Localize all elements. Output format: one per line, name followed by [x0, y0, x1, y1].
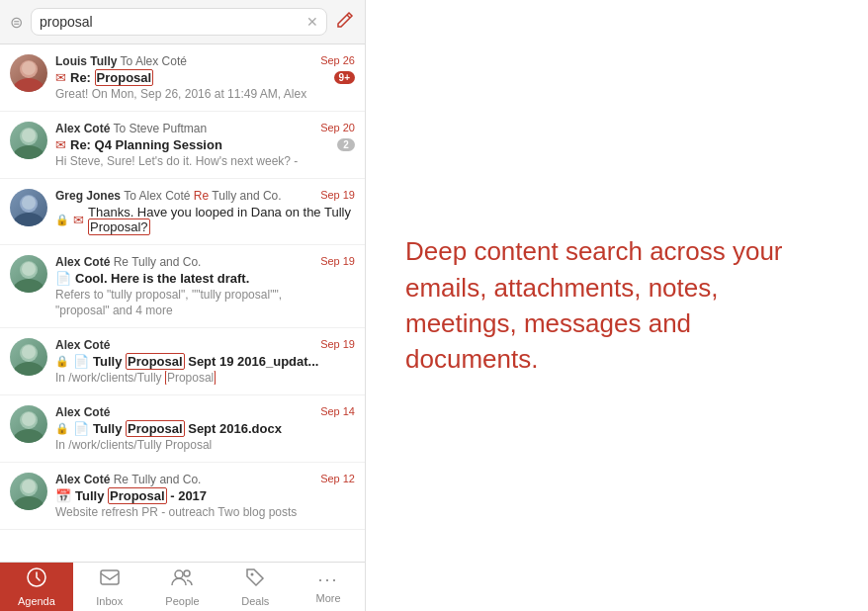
email-content: Alex Coté Re Tully and Co. Sep 12 📅 Tull…: [55, 473, 355, 519]
agenda-icon: [26, 567, 47, 593]
email-from: Greg Jones To Alex Coté Re Tully and Co.: [55, 189, 282, 203]
svg-point-5: [22, 129, 36, 142]
email-item[interactable]: Alex Coté Re Tully and Co. Sep 19 📄 Cool…: [0, 245, 365, 328]
email-content: Alex Coté To Steve Puftman Sep 20 ✉ Re: …: [55, 122, 355, 168]
email-preview: Website refresh PR - outreach Two blog p…: [55, 505, 355, 519]
nav-more-label: More: [316, 592, 341, 604]
nav-agenda[interactable]: Agenda: [0, 563, 73, 611]
email-preview: Hi Steve, Sure! Let's do it. How's next …: [55, 154, 355, 168]
email-item[interactable]: Alex Coté Re Tully and Co. Sep 12 📅 Tull…: [0, 463, 365, 530]
email-preview: Refers to "tully proposal", ""tully prop…: [55, 288, 355, 302]
svg-point-4: [13, 145, 44, 159]
calendar-icon: 📅: [55, 488, 71, 503]
lock-icon: 🔒: [55, 355, 69, 368]
nav-deals[interactable]: Deals: [218, 563, 292, 611]
deals-icon: [244, 567, 266, 593]
avatar: [10, 189, 47, 226]
email-item[interactable]: Greg Jones To Alex Coté Re Tully and Co.…: [0, 179, 365, 245]
highlight-proposal: Proposal: [95, 69, 154, 86]
email-icon: ✉: [73, 213, 84, 227]
avatar: [10, 338, 47, 376]
email-subject: Cool. Here is the latest draft.: [75, 271, 249, 286]
email-content: Greg Jones To Alex Coté Re Tully and Co.…: [55, 189, 355, 234]
email-subject-row: 📅 Tully Proposal - 2017: [55, 488, 355, 503]
email-subject: Re: Proposal: [70, 70, 153, 85]
email-preview2: "proposal" and 4 more: [55, 304, 355, 317]
svg-point-13: [13, 362, 44, 376]
doc-icon: 📄: [73, 354, 89, 369]
email-subject: Re: Q4 Planning Session: [70, 137, 222, 152]
email-header: Louis Tully To Alex Coté Sep 26: [55, 54, 355, 68]
unread-badge: 2: [337, 138, 355, 151]
svg-point-19: [13, 496, 44, 510]
email-from: Alex Coté Re Tully and Co.: [55, 473, 201, 486]
people-icon: [171, 567, 193, 593]
email-content: Alex Coté Sep 19 🔒 📄 Tully Proposal Sept…: [55, 338, 355, 385]
bottom-nav: Agenda Inbox People: [0, 562, 365, 611]
unread-badge: 9+: [334, 71, 355, 84]
nav-people[interactable]: People: [146, 563, 219, 611]
search-input[interactable]: [40, 14, 306, 30]
email-date: Sep 26: [320, 54, 355, 66]
filter-icon[interactable]: ⊜: [10, 13, 23, 32]
doc-icon: 📄: [55, 271, 71, 286]
compose-icon[interactable]: [335, 10, 355, 35]
svg-point-23: [175, 570, 183, 578]
svg-point-14: [22, 345, 36, 359]
email-content: Louis Tully To Alex Coté Sep 26 ✉ Re: Pr…: [55, 54, 355, 101]
email-header: Alex Coté Re Tully and Co. Sep 12: [55, 473, 355, 486]
lock-icon: 🔒: [55, 422, 69, 435]
email-subject: Tully Proposal Sept 2016.docx: [93, 421, 282, 436]
nav-agenda-label: Agenda: [18, 595, 55, 607]
svg-point-7: [13, 213, 44, 226]
email-subject: Thanks. Have you looped in Dana on the T…: [88, 205, 355, 234]
search-clear-icon[interactable]: ✕: [306, 14, 318, 30]
email-item[interactable]: Alex Coté Sep 14 🔒 📄 Tully Proposal Sept…: [0, 395, 365, 463]
email-subject: Tully Proposal - 2017: [75, 488, 207, 503]
svg-point-16: [13, 429, 44, 443]
email-preview: In /work/clients/Tully Proposal: [55, 438, 355, 452]
email-icon: ✉: [55, 70, 66, 85]
email-from: Alex Coté To Steve Puftman: [55, 122, 207, 135]
email-from: Alex Coté: [55, 405, 110, 419]
svg-rect-22: [101, 570, 119, 584]
email-header: Alex Coté Sep 14: [55, 405, 355, 419]
svg-point-17: [22, 412, 36, 426]
highlight-proposal2: Proposal: [165, 371, 216, 385]
nav-inbox-label: Inbox: [96, 595, 123, 607]
email-subject-row: ✉ Re: Q4 Planning Session 2: [55, 137, 355, 152]
nav-inbox[interactable]: Inbox: [73, 563, 146, 611]
right-panel: Deep content search across your emails, …: [366, 0, 868, 611]
email-preview: In /work/clients/Tully Proposal: [55, 371, 355, 385]
svg-point-10: [13, 279, 44, 293]
email-date: Sep 19: [320, 255, 355, 267]
highlight-proposal: Proposal?: [88, 218, 150, 235]
svg-point-24: [184, 570, 190, 576]
left-panel: ⊜ ✕ Louis: [0, 0, 366, 611]
email-content: Alex Coté Sep 14 🔒 📄 Tully Proposal Sept…: [55, 405, 355, 452]
email-item[interactable]: Alex Coté Sep 19 🔒 📄 Tully Proposal Sept…: [0, 328, 365, 395]
email-item[interactable]: Louis Tully To Alex Coté Sep 26 ✉ Re: Pr…: [0, 44, 365, 112]
email-date: Sep 12: [320, 473, 355, 484]
promo-text: Deep content search across your emails, …: [405, 233, 828, 378]
email-header: Alex Coté Sep 19: [55, 338, 355, 352]
email-preview: Great! On Mon, Sep 26, 2016 at 11:49 AM,…: [55, 87, 355, 101]
avatar: [10, 473, 47, 510]
more-icon: ···: [318, 569, 339, 590]
email-from: Alex Coté Re Tully and Co.: [55, 255, 201, 269]
search-input-wrapper: ✕: [31, 8, 327, 36]
email-header: Alex Coté To Steve Puftman Sep 20: [55, 122, 355, 135]
email-subject-row: 📄 Cool. Here is the latest draft.: [55, 271, 355, 286]
lock-icon: 🔒: [55, 214, 69, 226]
highlight-proposal: Proposal: [126, 420, 185, 437]
email-item[interactable]: Alex Coté To Steve Puftman Sep 20 ✉ Re: …: [0, 112, 365, 179]
email-header: Greg Jones To Alex Coté Re Tully and Co.…: [55, 189, 355, 203]
avatar: [10, 122, 47, 159]
nav-deals-label: Deals: [241, 595, 269, 607]
svg-point-11: [22, 262, 36, 276]
email-from: Alex Coté: [55, 338, 110, 352]
nav-more[interactable]: ··· More: [292, 563, 365, 611]
email-subject: Tully Proposal Sept 19 2016_updat...: [93, 354, 318, 369]
svg-point-25: [251, 573, 254, 576]
email-content: Alex Coté Re Tully and Co. Sep 19 📄 Cool…: [55, 255, 355, 317]
